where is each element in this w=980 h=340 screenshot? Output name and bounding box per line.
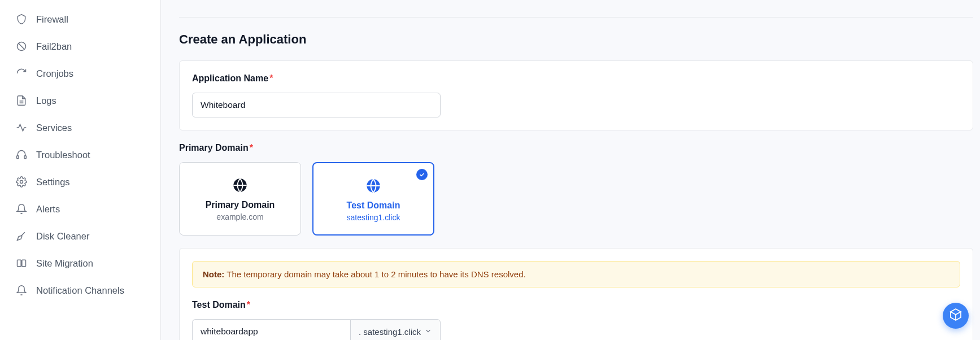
sidebar-item-site-migration[interactable]: Site Migration (0, 250, 160, 277)
sidebar-item-troubleshoot[interactable]: Troubleshoot (0, 141, 160, 168)
dns-note: Note: The temporary domain may take abou… (192, 261, 960, 287)
sidebar-item-cronjobs[interactable]: Cronjobs (0, 60, 160, 87)
check-icon (416, 169, 428, 180)
domain-card-subtitle: satesting1.click (324, 213, 423, 222)
sidebar-item-label: Fail2ban (36, 41, 72, 52)
test-domain-card: Note: The temporary domain may take abou… (179, 248, 973, 340)
test-domain-label: Test Domain* (192, 300, 960, 310)
svg-rect-4 (17, 156, 19, 159)
globe-icon (324, 178, 423, 194)
domain-card-primary[interactable]: Primary Domain example.com (179, 162, 301, 236)
domain-card-title: Primary Domain (190, 200, 290, 210)
broom-icon (16, 230, 27, 242)
domain-card-test[interactable]: Test Domain satesting1.click (312, 162, 434, 236)
main-content: Create an Application Application Name* … (161, 0, 980, 340)
sidebar-item-label: Logs (36, 95, 56, 106)
note-text: The temporary domain may take about 1 to… (227, 269, 525, 279)
divider (179, 17, 973, 18)
svg-point-6 (20, 181, 23, 184)
shield-icon (16, 14, 27, 25)
svg-rect-5 (24, 156, 26, 159)
app-name-label: Application Name* (192, 73, 960, 84)
sidebar-item-label: Alerts (36, 204, 60, 215)
app-name-card: Application Name* (179, 60, 973, 130)
svg-line-1 (19, 43, 24, 49)
svg-rect-8 (22, 260, 26, 267)
domain-card-subtitle: example.com (190, 212, 290, 221)
bell-icon (16, 285, 27, 296)
document-icon (16, 95, 27, 106)
required-marker: * (250, 143, 253, 152)
sidebar-item-services[interactable]: Services (0, 114, 160, 141)
sidebar-item-settings[interactable]: Settings (0, 168, 160, 195)
chevron-down-icon (424, 327, 432, 337)
heartbeat-icon (16, 122, 27, 133)
sidebar-item-label: Services (36, 123, 72, 133)
sidebar-item-label: Site Migration (36, 258, 93, 269)
ban-icon (16, 41, 27, 52)
refresh-icon (16, 68, 27, 79)
sidebar-item-label: Settings (36, 177, 70, 188)
page-title: Create an Application (179, 32, 980, 47)
sidebar-item-notification-channels[interactable]: Notification Channels (0, 277, 160, 304)
note-prefix: Note: (203, 269, 224, 279)
test-domain-input-group: . satesting1.click (192, 319, 441, 340)
test-domain-suffix-dropdown[interactable]: . satesting1.click (350, 319, 441, 340)
sidebar-item-label: Notification Channels (36, 285, 124, 296)
panels-icon (16, 258, 27, 269)
gear-icon (16, 176, 27, 188)
help-fab[interactable] (943, 303, 969, 329)
sidebar-item-label: Troubleshoot (36, 150, 90, 160)
test-domain-input[interactable] (192, 319, 350, 340)
sidebar-item-label: Cronjobs (36, 68, 73, 79)
headset-icon (16, 149, 27, 160)
globe-icon (190, 177, 290, 193)
sidebar-item-firewall[interactable]: Firewall (0, 6, 160, 33)
bell-icon (16, 203, 27, 215)
app-name-input[interactable] (192, 93, 441, 117)
primary-domain-label: Primary Domain* (179, 143, 980, 153)
sidebar-item-fail2ban[interactable]: Fail2ban (0, 33, 160, 60)
test-domain-suffix-label: . satesting1.click (359, 327, 421, 337)
sidebar-item-disk-cleaner[interactable]: Disk Cleaner (0, 223, 160, 250)
sidebar-item-logs[interactable]: Logs (0, 87, 160, 114)
domain-card-title: Test Domain (324, 200, 423, 211)
sidebar: Firewall Fail2ban Cronjobs Logs Services… (0, 0, 161, 340)
sidebar-item-label: Disk Cleaner (36, 231, 89, 242)
required-marker: * (247, 300, 250, 310)
sidebar-item-alerts[interactable]: Alerts (0, 195, 160, 223)
sidebar-item-label: Firewall (36, 14, 68, 25)
svg-rect-7 (18, 260, 21, 267)
required-marker: * (269, 73, 273, 83)
domain-options: Primary Domain example.com Test Domain s… (179, 162, 980, 236)
cube-icon (949, 308, 962, 324)
